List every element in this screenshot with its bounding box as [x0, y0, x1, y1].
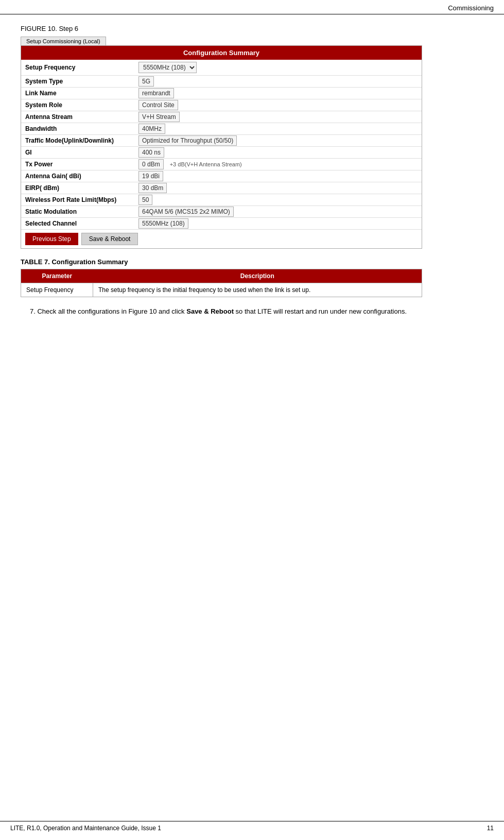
step7-number: 7. [30, 307, 36, 315]
table-caption: Configuration Summary [51, 258, 128, 266]
config-param-label: Tx Power [21, 159, 134, 170]
config-table-row: EIRP( dBm)30 dBm [21, 182, 422, 194]
config-table-row: Static Modulation64QAM 5/6 (MCS15 2x2 MI… [21, 206, 422, 218]
config-table-row: Traffic Mode(Uplink/Downlink)Optimized f… [21, 135, 422, 147]
header-title: Commissioning [448, 4, 494, 12]
config-input-5: 40MHz [138, 124, 165, 134]
config-value-cell: Optimized for Throughput (50/50) [134, 135, 422, 147]
desc-param-cell: Setup Frequency [21, 283, 93, 297]
config-param-label: System Role [21, 99, 134, 111]
config-value-cell: 30 dBm [134, 182, 422, 194]
config-value-cell: 5550MHz (108) [134, 218, 422, 230]
config-panel: Configuration Summary Setup Frequency555… [21, 45, 422, 249]
step7-text-before: Check all the configurations in Figure 1… [37, 307, 186, 315]
config-value-cell: 5G [134, 76, 422, 88]
config-input-12: 64QAM 5/6 (MCS15 2x2 MIMO) [138, 207, 234, 217]
button-row: Previous Step Save & Reboot [21, 230, 422, 248]
config-table-row: Antenna Gain( dBi)19 dBi [21, 170, 422, 182]
config-param-label: Antenna Gain( dBi) [21, 170, 134, 182]
config-extra-label-8: +3 dB(V+H Antenna Stream) [170, 161, 242, 167]
config-select-0[interactable]: 5550MHz (108) [138, 62, 197, 73]
step7-text-after: so that LITE will restart and run under … [234, 307, 407, 315]
config-table-row: Setup Frequency5550MHz (108) [21, 60, 422, 76]
browser-tab-label: Setup Commissioning (Local) [26, 38, 100, 44]
config-param-label: Traffic Mode(Uplink/Downlink) [21, 135, 134, 147]
config-value-cell: Control Site [134, 99, 422, 111]
config-table-row: Wireless Port Rate Limit(Mbps)50 [21, 194, 422, 206]
footer-right: 11 [487, 825, 494, 832]
config-table-row: Tx Power0 dBm+3 dB(V+H Antenna Stream) [21, 159, 422, 170]
config-value-cell: 5550MHz (108) [134, 60, 422, 76]
config-param-label: GI [21, 147, 134, 159]
config-param-label: Static Modulation [21, 206, 134, 218]
step7-bold: Save & Reboot [186, 307, 234, 315]
config-panel-header: Configuration Summary [21, 46, 422, 60]
footer-left: LITE, R1.0, Operation and Maintenance Gu… [10, 825, 161, 832]
desc-description-cell: The setup frequency is the initial frequ… [93, 283, 422, 297]
figure-title: FIGURE 10. Step 6 [21, 25, 483, 32]
config-value-cell: 50 [134, 194, 422, 206]
desc-table-header-desc: Description [93, 269, 422, 283]
config-param-label: Wireless Port Rate Limit(Mbps) [21, 194, 134, 206]
figure-caption: Step 6 [59, 25, 78, 32]
figure-label: FIGURE 10. [21, 25, 57, 32]
config-input-9: 19 dBi [138, 171, 163, 181]
table-label: TABLE 7. [21, 258, 50, 266]
config-param-label: Link Name [21, 88, 134, 99]
config-value-cell: 40MHz [134, 123, 422, 135]
config-value-cell: 64QAM 5/6 (MCS15 2x2 MIMO) [134, 206, 422, 218]
config-param-label: Setup Frequency [21, 60, 134, 76]
config-input-1: 5G [138, 76, 154, 87]
config-param-label: System Type [21, 76, 134, 88]
config-input-8: 0 dBm [138, 159, 164, 169]
config-table-row: Bandwidth40MHz [21, 123, 422, 135]
table-title: TABLE 7. Configuration Summary [21, 258, 483, 266]
config-input-11: 50 [138, 195, 152, 205]
config-value-cell: 400 ns [134, 147, 422, 159]
page-footer: LITE, R1.0, Operation and Maintenance Gu… [0, 821, 504, 835]
previous-step-button[interactable]: Previous Step [25, 233, 78, 245]
config-param-label: Selected Channel [21, 218, 134, 230]
config-param-label: Bandwidth [21, 123, 134, 135]
config-table-row: Link Namerembrandt [21, 88, 422, 99]
page-content: FIGURE 10. Step 6 Setup Commissioning (L… [0, 14, 504, 338]
config-input-3: Control Site [138, 100, 178, 110]
config-input-4: V+H Stream [138, 112, 180, 122]
desc-table-header-param: Parameter [21, 269, 93, 283]
config-value-cell: 0 dBm+3 dB(V+H Antenna Stream) [134, 159, 422, 170]
config-table: Setup Frequency5550MHz (108)System Type5… [21, 60, 422, 230]
config-input-6: Optimized for Throughput (50/50) [138, 135, 237, 146]
config-table-row: System Type5G [21, 76, 422, 88]
browser-tab[interactable]: Setup Commissioning (Local) [21, 37, 106, 45]
config-table-row: Antenna StreamV+H Stream [21, 111, 422, 123]
config-input-10: 30 dBm [138, 183, 167, 193]
save-reboot-button[interactable]: Save & Reboot [81, 233, 138, 245]
config-table-row: Selected Channel5550MHz (108) [21, 218, 422, 230]
page-header: Commissioning [0, 0, 504, 14]
config-value-cell: 19 dBi [134, 170, 422, 182]
description-table: Parameter Description Setup FrequencyThe… [21, 269, 422, 297]
config-param-label: Antenna Stream [21, 111, 134, 123]
config-input-13: 5550MHz (108) [138, 218, 188, 229]
config-input-7: 400 ns [138, 147, 164, 158]
config-table-row: GI400 ns [21, 147, 422, 159]
config-value-cell: rembrandt [134, 88, 422, 99]
config-value-cell: V+H Stream [134, 111, 422, 123]
desc-table-row: Setup FrequencyThe setup frequency is th… [21, 283, 422, 297]
config-param-label: EIRP( dBm) [21, 182, 134, 194]
step7-text: 7. Check all the configurations in Figur… [21, 306, 483, 317]
config-input-2: rembrandt [138, 88, 174, 98]
config-table-row: System RoleControl Site [21, 99, 422, 111]
